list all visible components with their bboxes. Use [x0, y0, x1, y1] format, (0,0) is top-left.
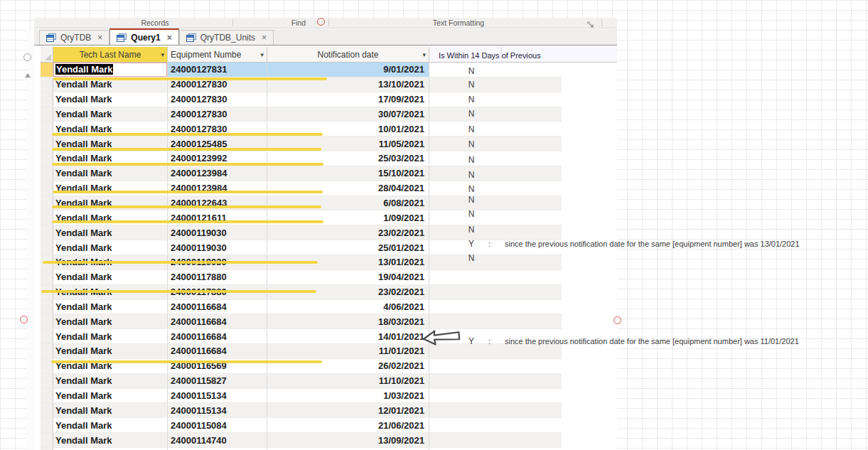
column-header-tech-last-name[interactable]: Tech Last Name ▾ — [53, 47, 168, 63]
cell-notification-date[interactable]: 25/03/2021 — [267, 151, 429, 166]
cell-notification-date[interactable]: 6/08/2021 — [267, 196, 429, 210]
tab-query1[interactable]: Query1× — [109, 28, 178, 45]
cell-notification-date[interactable]: 18/03/2021 — [267, 314, 429, 328]
cell-tech-last-name[interactable]: Yendall Mark — [53, 181, 168, 195]
cell-notification-date[interactable]: 10/01/2021 — [267, 122, 429, 136]
cell-tech-last-name[interactable]: Yendall Mark — [53, 240, 168, 255]
cell-tech-last-name[interactable]: Yendall Mark — [53, 92, 168, 107]
record-selector[interactable] — [41, 344, 53, 358]
cell-equipment-number[interactable]: 24000127830 — [168, 77, 267, 92]
record-selector[interactable] — [41, 136, 53, 151]
cell-tech-last-name[interactable]: Yendall Mark — [53, 374, 168, 388]
cell-notification-date[interactable]: 28/04/2021 — [267, 181, 429, 195]
cell-equipment-number[interactable]: 24000127831 — [168, 63, 267, 77]
cell-equipment-number[interactable]: 24000115084 — [168, 418, 267, 432]
record-selector[interactable] — [41, 285, 53, 299]
record-selector[interactable] — [41, 166, 53, 181]
filter-dropdown-icon[interactable]: ▾ — [260, 51, 264, 58]
cell-tech-last-name[interactable]: Yendall Mark — [53, 329, 168, 343]
dialog-launcher-icon[interactable] — [587, 19, 595, 27]
cell-equipment-number[interactable]: 24000123992 — [168, 151, 267, 166]
cell-equipment-number[interactable]: 24000115827 — [168, 374, 267, 388]
cell-equipment-number[interactable]: 24000116684 — [168, 300, 267, 314]
cell-equipment-number[interactable]: 24000121611 — [168, 210, 267, 225]
cell-notification-date[interactable]: 19/04/2021 — [267, 270, 429, 284]
cell-equipment-number[interactable]: 24000127830 — [168, 122, 267, 136]
cell-tech-last-name[interactable]: Yendall Mark — [53, 403, 168, 417]
cell-tech-last-name[interactable]: Yendall Mark — [53, 300, 168, 314]
cell-notification-date[interactable]: 11/05/2021 — [267, 136, 429, 151]
cell-tech-last-name[interactable]: Yendall Mark — [53, 122, 168, 136]
close-icon[interactable]: × — [262, 33, 267, 43]
record-selector[interactable] — [41, 374, 53, 388]
record-selector[interactable] — [41, 196, 53, 210]
cell-tech-last-name[interactable]: Yendall Mark — [53, 225, 168, 240]
cell-notification-date[interactable]: 1/03/2021 — [267, 389, 429, 403]
cell-notification-date[interactable]: 13/01/2021 — [267, 255, 429, 269]
cell-equipment-number[interactable]: 24000117880 — [168, 285, 267, 299]
cell-notification-date[interactable]: 4/06/2021 — [267, 300, 429, 314]
cell-tech-last-name[interactable]: Yendall Mark — [53, 77, 168, 92]
cell-notification-date[interactable]: 9/01/2021 — [267, 63, 429, 77]
record-selector[interactable] — [41, 389, 53, 403]
cell-equipment-number[interactable]: 24000123984 — [168, 166, 267, 181]
cell-notification-date[interactable]: 26/02/2021 — [267, 359, 429, 373]
cell-equipment-number[interactable]: 24000116684 — [168, 329, 267, 343]
cell-tech-last-name[interactable]: Yendall Mark — [53, 344, 168, 358]
cell-equipment-number[interactable]: 24000125485 — [168, 136, 267, 151]
cell-equipment-number[interactable]: 24000127830 — [168, 92, 267, 107]
record-selector[interactable] — [41, 403, 53, 417]
cell-notification-date[interactable]: 13/09/2021 — [267, 433, 429, 447]
cell-equipment-number[interactable]: 24000116684 — [168, 344, 267, 358]
cell-notification-date[interactable]: 17/09/2021 — [267, 92, 429, 107]
record-selector[interactable] — [41, 92, 53, 107]
record-selector[interactable] — [41, 151, 53, 166]
cell-tech-last-name[interactable]: Yendall Mark — [53, 151, 168, 166]
record-selector[interactable] — [41, 240, 53, 255]
record-selector[interactable] — [41, 122, 53, 136]
cell-notification-date[interactable]: 23/02/2021 — [267, 225, 429, 240]
cell-tech-last-name[interactable]: Yendall Mark — [53, 314, 168, 328]
cell-notification-date[interactable]: 11/01/2021 — [267, 344, 429, 358]
column-header-equipment-number[interactable]: Equipment Numbe ▾ — [168, 47, 267, 63]
cell-notification-date[interactable]: 15/10/2021 — [267, 166, 429, 181]
cell-equipment-number[interactable]: 24000119030 — [168, 240, 267, 255]
close-icon[interactable]: × — [97, 33, 102, 43]
tab-qrytdb[interactable]: QryTDB× — [39, 30, 109, 45]
cell-equipment-number[interactable]: 24000114740 — [168, 433, 267, 447]
cell-equipment-number[interactable]: 24000119030 — [168, 225, 267, 240]
record-selector[interactable] — [41, 255, 53, 269]
record-selector[interactable] — [41, 225, 53, 240]
cell-tech-last-name[interactable]: Yendall Mark — [53, 136, 168, 151]
cell-notification-date[interactable]: 11/10/2021 — [267, 374, 429, 388]
tab-qrytdb_units[interactable]: QryTDB_Units× — [179, 30, 274, 45]
cell-equipment-number[interactable]: 24000116684 — [168, 314, 267, 328]
record-selector[interactable] — [41, 329, 53, 343]
cell-notification-date[interactable]: 30/07/2021 — [267, 107, 429, 122]
record-selector[interactable] — [41, 418, 53, 432]
record-selector[interactable] — [41, 107, 53, 122]
cell-tech-last-name[interactable]: Yendall Mark — [53, 196, 168, 210]
cell-equipment-number[interactable]: 24000115134 — [168, 403, 267, 417]
record-selector[interactable] — [41, 63, 53, 77]
cell-tech-last-name[interactable]: Yendall Mark — [53, 389, 168, 403]
record-selector[interactable] — [41, 433, 53, 447]
record-selector[interactable] — [41, 77, 53, 92]
cell-equipment-number[interactable]: 24000123984 — [168, 181, 267, 195]
column-header-notification-date[interactable]: Notification date ▾ — [267, 47, 429, 63]
filter-dropdown-icon[interactable]: ▾ — [422, 51, 426, 58]
cell-equipment-number[interactable]: 24000119030 — [168, 255, 267, 269]
record-selector[interactable] — [41, 314, 53, 328]
record-selector[interactable] — [41, 300, 53, 314]
cell-tech-last-name[interactable]: Yendall Mark — [53, 285, 168, 299]
cell-equipment-number[interactable]: 24000115134 — [168, 389, 267, 403]
record-selector[interactable] — [41, 270, 53, 284]
cell-equipment-number[interactable]: 24000117880 — [168, 270, 267, 284]
select-all-corner[interactable] — [41, 47, 53, 63]
cell-tech-last-name[interactable]: Yendall Mark — [53, 418, 168, 432]
filter-dropdown-icon[interactable]: ▾ — [161, 51, 164, 58]
cell-equipment-number[interactable]: 24000116569 — [168, 359, 267, 373]
record-selector[interactable] — [41, 210, 53, 225]
cell-tech-last-name[interactable]: Yendall Mark — [53, 166, 168, 181]
cell-notification-date[interactable]: 1/09/2021 — [267, 210, 429, 225]
